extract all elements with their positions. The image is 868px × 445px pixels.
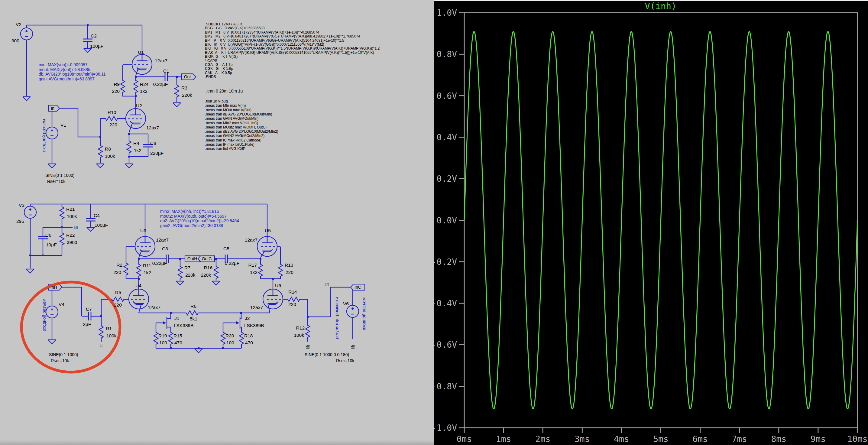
schematic-label: gain2: AVG(mout2/min2)=30.0138 bbox=[160, 224, 223, 228]
schematic-label: C6 bbox=[45, 233, 51, 238]
y-axis-label: -1.0V bbox=[434, 423, 457, 433]
y-axis-labels: 1.0V0.8V0.6V0.4V0.2V0.0V-0.2V-0.4V-0.6V-… bbox=[434, 8, 464, 433]
schematic-label: J2 bbox=[245, 316, 250, 321]
schematic-label: BIAK A K I=URAMP(V(IK,IG)-URAMP(V(IK,IG)… bbox=[205, 51, 374, 55]
schematic-label: 12ax7 bbox=[148, 305, 160, 310]
schematic-label: 220k bbox=[182, 92, 192, 98]
x-axis-label: 2ms bbox=[535, 434, 551, 444]
schematic-canvas[interactable]: V2300C2100µFU112ax7R9220R241k2C10.22µFR3… bbox=[0, 0, 434, 445]
triode-U6 bbox=[263, 289, 283, 309]
waveform-canvas[interactable]: V(inh) 1.0V0.8V0.6V0.4V0.2V0.0V-0.2V-0.4… bbox=[434, 0, 868, 445]
schematic-label: lift bbox=[350, 345, 355, 349]
schematic-label: .meas tran MIn max V(In) bbox=[205, 103, 246, 108]
schematic-label: 100k bbox=[294, 332, 304, 338]
schematic-label: C2 bbox=[91, 33, 97, 38]
schematic-label: BM2 M2 0 V=(0.84817287*(URAMP(V(GG)+URAM… bbox=[205, 34, 360, 38]
schematic-label: BGG GG 0 V=V(G,K)+0.59836683 bbox=[205, 26, 265, 30]
schematic-label: SINE(0 1 1000) bbox=[49, 352, 78, 357]
y-axis-label: 0.0V bbox=[437, 215, 457, 226]
x-axis-label: 4ms bbox=[614, 434, 629, 444]
schematic-label: 220 bbox=[114, 302, 122, 307]
schematic-label: 470 bbox=[245, 340, 253, 345]
y-axis-label: 0.2V bbox=[437, 174, 457, 184]
schematic-label: R16 bbox=[204, 265, 213, 270]
schematic-label: R4 bbox=[133, 141, 139, 146]
schematic-label: 220 bbox=[110, 122, 117, 127]
schematic-label: R22 bbox=[66, 233, 75, 238]
schematic-label: U4 bbox=[135, 283, 142, 288]
triode-U5 bbox=[257, 236, 277, 256]
schematic-label: .meas tran dB2 AVG 20*LOG10(MOut2/MIn2) bbox=[205, 129, 278, 134]
sim-directives-text[interactable]: .four 1k V(out).meas tran MIn max V(In).… bbox=[205, 99, 278, 151]
schematic-label: R19 bbox=[158, 333, 167, 338]
schematic-label: R10 bbox=[107, 110, 116, 115]
schematic-label: V3 bbox=[19, 203, 25, 208]
schematic-label: InH bbox=[51, 285, 57, 290]
schematic-label: 220 bbox=[112, 89, 120, 94]
schematic-label: mout: MAX(v(out))=58.0885 bbox=[39, 67, 90, 72]
schematic-label: входной разъем bbox=[42, 299, 46, 332]
waveform-pane[interactable]: V(inh) 1.0V0.8V0.6V0.4V0.2V0.0V-0.2V-0.4… bbox=[434, 0, 868, 445]
x-axis-label: 9ms bbox=[811, 434, 826, 444]
schematic-label: db: AVG(20*log10(mout/min))=36.11 bbox=[39, 72, 106, 77]
schematic-label: 100µF bbox=[95, 222, 108, 228]
y-axis-label: -0.6V bbox=[434, 340, 457, 350]
schematic-label: BP P 0 V=0.001130216*(URAMP(V(GG)+URAMP(… bbox=[205, 38, 344, 42]
schematic-label: 100µF bbox=[90, 43, 103, 49]
x-axis-label: 1ms bbox=[496, 434, 512, 444]
schematic-label: U5 bbox=[265, 228, 271, 233]
schematic-label: 0.22µF bbox=[225, 261, 240, 266]
schematic-label: .meas tran IP max Ix(U1:Plate) bbox=[205, 142, 254, 147]
schematic-label: BIG IG 0 V=0.000565108*URAMP(V(G,K))**1.… bbox=[205, 46, 380, 51]
schematic-label: Rser=10k bbox=[336, 358, 354, 363]
schematic-label: U6 bbox=[275, 283, 281, 288]
netlist-text[interactable]: .SUBCKT 12AX7 A G KBGG GG 0 V=V(G,K)+0.5… bbox=[205, 22, 380, 79]
schematic-label: 100k bbox=[106, 333, 117, 338]
schematic-label: 0.22µF bbox=[152, 261, 167, 266]
schematic-label: 100k bbox=[67, 214, 77, 219]
schematic-label: 3900 bbox=[67, 240, 78, 245]
x-axis-label: 3ms bbox=[575, 434, 590, 444]
schematic-label: SINE(0 1 1000 0 0 180) bbox=[305, 352, 349, 357]
schematic-label: OutH bbox=[187, 256, 197, 261]
schematic-label: 100 bbox=[159, 340, 167, 345]
schematic-label: .tran 0 20m 10m 1u bbox=[206, 89, 243, 93]
schematic-label: .four 1k V(out) bbox=[205, 99, 228, 103]
vsource-V3 bbox=[24, 206, 36, 218]
x-axis-labels: 0ms1ms2ms3ms4ms5ms6ms7ms8ms9ms10ms bbox=[457, 428, 868, 444]
y-axis-label: -0.8V bbox=[434, 382, 457, 391]
schematic-label: 220 bbox=[288, 302, 296, 307]
schematic-label: R20 bbox=[225, 333, 234, 338]
sine-trace[interactable] bbox=[464, 32, 858, 409]
schematic-label: lift bbox=[74, 225, 78, 230]
trace-title[interactable]: V(inh) bbox=[645, 1, 677, 11]
capacitors[interactable] bbox=[38, 39, 227, 321]
schematic-label: V1 bbox=[60, 122, 66, 127]
schematic-label: lift bbox=[306, 345, 310, 349]
schematic-label: 220k bbox=[201, 272, 211, 277]
schematic-label: U1 bbox=[138, 50, 144, 55]
schematic-label: R2 bbox=[116, 262, 122, 268]
schematic-label: lift bbox=[99, 344, 104, 349]
schematic-label: R6 bbox=[190, 303, 196, 309]
schematic-label: 2µF bbox=[83, 322, 91, 327]
schematic-label: 100k bbox=[105, 154, 115, 159]
schematic-label: 295 bbox=[16, 218, 24, 224]
schematic-label: 470 bbox=[175, 340, 182, 345]
schematic-label: V2 bbox=[16, 22, 22, 27]
schematic-label: 220 bbox=[286, 270, 293, 275]
schematic-label: 220µF bbox=[150, 151, 163, 156]
schematic-label: C7 bbox=[86, 306, 92, 312]
schematic-label: InC bbox=[354, 285, 361, 290]
schematic-label: .meas tran ItoI AVG IC/IP bbox=[205, 147, 245, 151]
schematic-label: 220k bbox=[185, 272, 195, 277]
schematic-label: R17 bbox=[248, 262, 257, 268]
y-axis-label: 0.4V bbox=[437, 132, 457, 142]
schematic-label: R15 bbox=[174, 333, 182, 338]
schematic-label: R7 bbox=[184, 265, 190, 270]
schematic-label: R18 bbox=[244, 333, 253, 338]
schematic-pane[interactable]: V2300C2100µFU112ax7R9220R241k2C10.22µFR3… bbox=[0, 0, 434, 445]
schematic-label: 0.22µF bbox=[153, 82, 168, 87]
measure-annotation-1: min: MAX(v(in))=0.909057mout: MAX(v(out)… bbox=[39, 63, 106, 81]
schematic-label: .meas tran MIn2 max V(InH, InC) bbox=[205, 121, 258, 125]
